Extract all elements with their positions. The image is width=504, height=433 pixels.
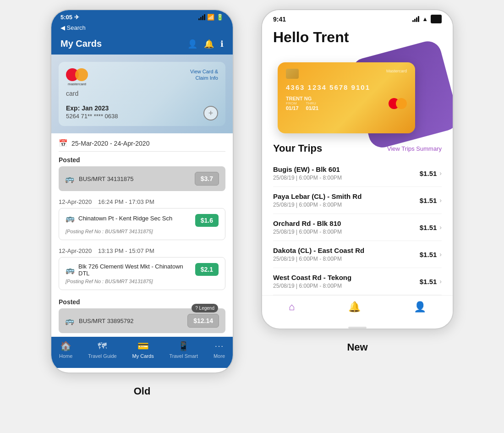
trip-ref-1: [Posting Ref No : BUS/MRT 34131875]	[66, 229, 219, 234]
old-content: 📅 25-Mar-2020 - 24-Apr-2020 Posted 🚌 BUS…	[51, 133, 233, 337]
new-card-area: Mastercard 4363 1234 5678 9101 TRENT NG …	[273, 53, 442, 138]
trip-date-1: 12-Apr-2020 16:24 PM - 17:03 PM	[59, 195, 225, 208]
bus-icon-2: 🚌	[65, 317, 74, 325]
add-card-button[interactable]: +	[203, 106, 218, 121]
greeting-title: Hello Trent	[273, 29, 442, 46]
trips-title: Your Trips	[273, 143, 322, 154]
old-time: 5:05 ✈	[60, 14, 79, 21]
old-label: Old	[134, 385, 151, 397]
trips-section: Your Trips View Trips Summary Bugis (EW)…	[262, 143, 453, 295]
amount-badge-4: $12.14	[187, 314, 219, 328]
new-mastercard-logo	[389, 98, 407, 109]
nav-travel-smart[interactable]: 📱 Travel Smart	[170, 340, 198, 359]
trip-time-1: 25/08/19 | 6:00PM - 8:00PM	[273, 175, 342, 181]
trip-name-1: Bugis (EW) - Blk 601	[273, 165, 342, 173]
new-status-bar: 9:41 ▲	[262, 10, 453, 25]
card-nav-icon: 💳	[137, 340, 149, 351]
new-time: 9:41	[273, 16, 286, 23]
legend-button[interactable]: ? Legend	[192, 304, 218, 312]
trip-name-3: Orchard Rd - Blk 810	[273, 219, 342, 227]
new-card-number: 4363 1234 5678 9101	[286, 83, 407, 91]
chevron-icon-4: ›	[439, 251, 442, 258]
view-trips-link[interactable]: View Trips Summary	[387, 145, 442, 152]
old-card-number: 5264 71** **** 0638	[66, 113, 218, 120]
home-indicator	[133, 371, 151, 373]
new-wifi-icon: ▲	[422, 16, 428, 22]
chevron-icon-2: ›	[439, 197, 442, 204]
mastercard-logo	[66, 68, 88, 81]
trips-header: Your Trips View Trips Summary	[273, 143, 442, 154]
new-phone-wrapper: 9:41 ▲ Hello Trent	[261, 9, 454, 353]
old-card-section: mastercard View Card & Claim Info card E…	[51, 55, 233, 133]
new-home-indicator	[348, 327, 367, 329]
nav-travel-guide[interactable]: 🗺 Travel Guide	[88, 341, 117, 359]
trips-list: Bugis (EW) - Blk 601 25/08/19 | 6:00PM -…	[273, 160, 442, 295]
trip-card-1[interactable]: 🚌 Chinatown Pt - Kent Ridge Sec Sch $1.6…	[59, 208, 225, 240]
bell-icon[interactable]: 🔔	[204, 39, 214, 49]
trip-time-3: 25/08/19 | 6:00PM - 8:00PM	[273, 229, 342, 235]
bus-icon-1: 🚌	[65, 175, 74, 183]
old-search-back[interactable]: ◀ Search	[51, 22, 233, 35]
old-header-icons: 👤 🔔 ℹ	[187, 39, 224, 49]
more-icon: ⋯	[214, 340, 224, 351]
card-holder-name: TRENT NG	[286, 96, 318, 101]
nav-home[interactable]: 🏠 Home	[59, 340, 72, 359]
old-card-expiry: Exp: Jan 2023	[66, 104, 218, 112]
view-card-button[interactable]: View Card & Claim Info	[190, 68, 218, 82]
trip-time-2: 25/08/19 | 6:00PM - 8:00PM	[273, 202, 362, 208]
amount-badge-3: $2.1	[195, 263, 219, 276]
card-to-date: 01/21	[306, 105, 319, 111]
nav-more[interactable]: ⋯ More	[214, 340, 225, 359]
trip-time-5: 25/08/19 | 6:00PM - 8:00PM	[273, 283, 351, 289]
chevron-icon-1: ›	[439, 170, 442, 177]
trip-amount-5: $1.51	[420, 278, 437, 285]
new-nav-profile[interactable]: 👤	[414, 301, 426, 313]
new-nav-notifications[interactable]: 🔔	[348, 301, 361, 313]
trip-time-4: 25/08/19 | 6:00PM - 8:00PM	[273, 256, 364, 262]
trip-icon-1: 🚌	[66, 214, 75, 223]
new-bottom-nav: ⌂ 🔔 👤	[262, 295, 453, 324]
amount-badge-1: $3.7	[195, 172, 219, 186]
posted-label-1: Posted	[59, 152, 225, 166]
new-nav-home[interactable]: ⌂	[289, 301, 295, 313]
trip-ref-2: [Posting Ref No : BUS/MRT 34131875]	[66, 279, 219, 284]
transaction-row-1[interactable]: 🚌 BUS/MRT 34131875 $3.7	[59, 166, 225, 191]
trip-name-4: Dakota (CL) - East Coast Rd	[273, 247, 364, 254]
card-from-date: 01/17	[286, 105, 299, 111]
trip-name-5: West Coast Rd - Tekong	[273, 274, 351, 281]
trip-route-1: Chinatown Pt - Kent Ridge Sec Sch	[78, 215, 172, 222]
trip-amount-2: $1.51	[420, 197, 437, 204]
chevron-icon-5: ›	[439, 278, 442, 285]
info-icon[interactable]: ℹ	[220, 39, 224, 49]
new-card-visual[interactable]: Mastercard 4363 1234 5678 9101 TRENT NG …	[278, 62, 415, 133]
trip-item-4[interactable]: Dakota (CL) - East Coast Rd 25/08/19 | 6…	[273, 241, 442, 268]
phone-icon: 📱	[178, 340, 189, 351]
trans-id-2: BUS/MRT 33895792	[79, 318, 133, 324]
chevron-icon-3: ›	[439, 224, 442, 231]
trip-date-2: 12-Apr-2020 13:13 PM - 15:07 PM	[59, 244, 225, 257]
nav-my-cards[interactable]: 💳 Old My Cards	[132, 340, 154, 359]
new-mastercard-label: Mastercard	[386, 69, 407, 73]
trip-item-3[interactable]: Orchard Rd - Blk 810 25/08/19 | 6:00PM -…	[273, 214, 442, 241]
old-status-bar: 5:05 ✈ 📶 🔋	[51, 10, 233, 22]
home-icon: 🏠	[60, 340, 71, 351]
new-status-right: ▲	[412, 15, 442, 23]
trip-card-2[interactable]: 🚌 Blk 726 Clementi West Mkt - Chinatown …	[59, 257, 225, 290]
trip-name-2: Paya Lebar (CL) - Smith Rd	[273, 192, 362, 200]
trip-item-5[interactable]: West Coast Rd - Tekong 25/08/19 | 6:00PM…	[273, 268, 442, 295]
trip-amount-3: $1.51	[420, 224, 437, 231]
trip-item-1[interactable]: Bugis (EW) - Blk 601 25/08/19 | 6:00PM -…	[273, 160, 442, 187]
new-battery-icon	[431, 15, 442, 23]
old-header-title: My Cards	[60, 38, 102, 49]
profile-icon[interactable]: 👤	[187, 39, 197, 49]
old-signal: 📶 🔋	[198, 14, 224, 21]
new-home-icon: ⌂	[289, 301, 295, 313]
trip-item-2[interactable]: Paya Lebar (CL) - Smith Rd 25/08/19 | 6:…	[273, 187, 442, 214]
old-card-visual: mastercard View Card & Claim Info card E…	[59, 62, 225, 126]
trip-amount-1: $1.51	[420, 170, 437, 177]
old-phone-wrapper: 5:05 ✈ 📶 🔋 ◀ Search	[50, 9, 234, 397]
old-phone: 5:05 ✈ 📶 🔋 ◀ Search	[50, 9, 234, 373]
amount-badge-2: $1.6	[195, 214, 219, 227]
new-label: New	[347, 341, 367, 353]
old-header: My Cards 👤 🔔 ℹ	[51, 35, 233, 55]
